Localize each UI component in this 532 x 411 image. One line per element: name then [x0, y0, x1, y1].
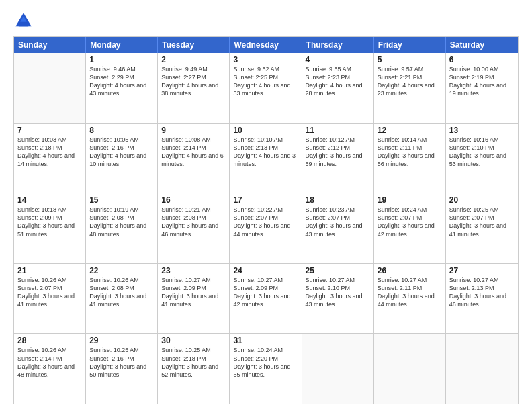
calendar-row-1: 7Sunrise: 10:03 AM Sunset: 2:18 PM Dayli…	[14, 124, 518, 194]
calendar-header-row: SundayMondayTuesdayWednesdayThursdayFrid…	[14, 37, 518, 53]
cell-info: Sunrise: 10:25 AM Sunset: 2:18 PM Daylig…	[161, 346, 226, 379]
calendar-cell-14: 14Sunrise: 10:18 AM Sunset: 2:09 PM Dayl…	[14, 193, 86, 263]
cell-info: Sunrise: 10:27 AM Sunset: 2:11 PM Daylig…	[378, 276, 442, 309]
calendar-cell-31: 31Sunrise: 10:24 AM Sunset: 2:20 PM Dayl…	[230, 334, 302, 404]
day-number: 19	[378, 195, 442, 205]
calendar-cell-28: 28Sunrise: 10:26 AM Sunset: 2:14 PM Dayl…	[14, 334, 86, 404]
cell-info: Sunrise: 10:26 AM Sunset: 2:07 PM Daylig…	[17, 276, 82, 309]
cell-info: Sunrise: 10:24 AM Sunset: 2:07 PM Daylig…	[378, 205, 442, 238]
calendar-cell-21: 21Sunrise: 10:26 AM Sunset: 2:07 PM Dayl…	[14, 264, 86, 334]
cell-info: Sunrise: 10:19 AM Sunset: 2:08 PM Daylig…	[89, 205, 154, 238]
calendar-cell-10: 10Sunrise: 10:10 AM Sunset: 2:13 PM Dayl…	[230, 124, 302, 193]
cell-info: Sunrise: 10:23 AM Sunset: 2:07 PM Daylig…	[306, 205, 370, 238]
calendar-cell-13: 13Sunrise: 10:16 AM Sunset: 2:10 PM Dayl…	[446, 124, 518, 193]
cell-info: Sunrise: 9:55 AM Sunset: 2:23 PM Dayligh…	[306, 65, 370, 98]
calendar-cell-empty-0	[14, 53, 86, 123]
svg-rect-2	[19, 22, 28, 27]
day-number: 4	[306, 55, 370, 64]
day-number: 11	[306, 126, 370, 135]
calendar-cell-17: 17Sunrise: 10:22 AM Sunset: 2:07 PM Dayl…	[230, 193, 302, 263]
calendar-row-4: 28Sunrise: 10:26 AM Sunset: 2:14 PM Dayl…	[14, 334, 518, 404]
calendar-cell-1: 1Sunrise: 9:46 AM Sunset: 2:29 PM Daylig…	[86, 53, 158, 123]
calendar-cell-7: 7Sunrise: 10:03 AM Sunset: 2:18 PM Dayli…	[14, 124, 86, 193]
day-number: 27	[449, 266, 515, 275]
cell-info: Sunrise: 10:27 AM Sunset: 2:09 PM Daylig…	[161, 276, 226, 309]
day-number: 29	[89, 336, 154, 345]
day-number: 23	[161, 266, 226, 275]
cell-info: Sunrise: 10:27 AM Sunset: 2:13 PM Daylig…	[449, 276, 515, 309]
calendar-cell-18: 18Sunrise: 10:23 AM Sunset: 2:07 PM Dayl…	[302, 193, 374, 263]
cell-info: Sunrise: 10:22 AM Sunset: 2:07 PM Daylig…	[233, 205, 298, 238]
calendar-cell-2: 2Sunrise: 9:49 AM Sunset: 2:27 PM Daylig…	[158, 53, 230, 123]
calendar-row-2: 14Sunrise: 10:18 AM Sunset: 2:09 PM Dayl…	[14, 193, 518, 264]
day-number: 26	[378, 266, 442, 275]
day-number: 1	[89, 55, 154, 64]
calendar-cell-11: 11Sunrise: 10:12 AM Sunset: 2:12 PM Dayl…	[302, 124, 374, 193]
cell-info: Sunrise: 10:27 AM Sunset: 2:09 PM Daylig…	[233, 276, 298, 309]
calendar-cell-23: 23Sunrise: 10:27 AM Sunset: 2:09 PM Dayl…	[158, 264, 230, 334]
calendar-cell-25: 25Sunrise: 10:27 AM Sunset: 2:10 PM Dayl…	[302, 264, 374, 334]
calendar-cell-20: 20Sunrise: 10:25 AM Sunset: 2:07 PM Dayl…	[446, 193, 518, 263]
cell-info: Sunrise: 9:46 AM Sunset: 2:29 PM Dayligh…	[89, 65, 154, 98]
day-number: 14	[17, 195, 82, 205]
calendar-cell-4: 4Sunrise: 9:55 AM Sunset: 2:23 PM Daylig…	[302, 53, 374, 123]
calendar-cell-27: 27Sunrise: 10:27 AM Sunset: 2:13 PM Dayl…	[446, 264, 518, 334]
page: SundayMondayTuesdayWednesdayThursdayFrid…	[0, 0, 532, 411]
calendar-cell-29: 29Sunrise: 10:25 AM Sunset: 2:16 PM Dayl…	[86, 334, 158, 404]
header-cell-tuesday: Tuesday	[158, 37, 230, 53]
calendar-body: 1Sunrise: 9:46 AM Sunset: 2:29 PM Daylig…	[14, 53, 518, 404]
day-number: 9	[161, 126, 226, 135]
day-number: 10	[233, 126, 298, 135]
cell-info: Sunrise: 10:21 AM Sunset: 2:08 PM Daylig…	[161, 205, 226, 238]
cell-info: Sunrise: 10:03 AM Sunset: 2:18 PM Daylig…	[17, 136, 82, 169]
calendar-cell-12: 12Sunrise: 10:14 AM Sunset: 2:11 PM Dayl…	[374, 124, 446, 193]
day-number: 2	[161, 55, 226, 64]
day-number: 31	[233, 336, 298, 345]
day-number: 13	[449, 126, 515, 135]
cell-info: Sunrise: 10:24 AM Sunset: 2:20 PM Daylig…	[233, 346, 298, 379]
day-number: 20	[449, 195, 515, 205]
calendar-cell-empty-6	[446, 334, 518, 404]
day-number: 18	[306, 195, 370, 205]
day-number: 25	[306, 266, 370, 275]
cell-info: Sunrise: 10:18 AM Sunset: 2:09 PM Daylig…	[17, 205, 82, 238]
calendar-cell-26: 26Sunrise: 10:27 AM Sunset: 2:11 PM Dayl…	[374, 264, 446, 334]
cell-info: Sunrise: 9:52 AM Sunset: 2:25 PM Dayligh…	[233, 65, 298, 98]
header-cell-thursday: Thursday	[302, 37, 374, 53]
cell-info: Sunrise: 10:12 AM Sunset: 2:12 PM Daylig…	[306, 136, 370, 169]
cell-info: Sunrise: 9:49 AM Sunset: 2:27 PM Dayligh…	[161, 65, 226, 98]
day-number: 17	[233, 195, 298, 205]
cell-info: Sunrise: 10:05 AM Sunset: 2:16 PM Daylig…	[89, 136, 154, 169]
calendar-cell-9: 9Sunrise: 10:08 AM Sunset: 2:14 PM Dayli…	[158, 124, 230, 193]
cell-info: Sunrise: 10:10 AM Sunset: 2:13 PM Daylig…	[233, 136, 298, 169]
day-number: 15	[89, 195, 154, 205]
calendar-cell-empty-5	[374, 334, 446, 404]
calendar-cell-5: 5Sunrise: 9:57 AM Sunset: 2:21 PM Daylig…	[374, 53, 446, 123]
calendar-cell-6: 6Sunrise: 10:00 AM Sunset: 2:19 PM Dayli…	[446, 53, 518, 123]
cell-info: Sunrise: 10:00 AM Sunset: 2:19 PM Daylig…	[449, 65, 515, 98]
header-cell-friday: Friday	[374, 37, 446, 53]
header	[13, 11, 519, 31]
calendar-cell-empty-4	[302, 334, 374, 404]
header-cell-sunday: Sunday	[14, 37, 86, 53]
calendar-row-3: 21Sunrise: 10:26 AM Sunset: 2:07 PM Dayl…	[14, 264, 518, 334]
cell-info: Sunrise: 10:27 AM Sunset: 2:10 PM Daylig…	[306, 276, 370, 309]
calendar-row-0: 1Sunrise: 9:46 AM Sunset: 2:29 PM Daylig…	[14, 53, 518, 124]
calendar: SundayMondayTuesdayWednesdayThursdayFrid…	[13, 36, 519, 404]
cell-info: Sunrise: 10:26 AM Sunset: 2:14 PM Daylig…	[17, 346, 82, 379]
cell-info: Sunrise: 10:08 AM Sunset: 2:14 PM Daylig…	[161, 136, 226, 169]
cell-info: Sunrise: 9:57 AM Sunset: 2:21 PM Dayligh…	[378, 65, 442, 98]
day-number: 5	[378, 55, 442, 64]
calendar-cell-22: 22Sunrise: 10:26 AM Sunset: 2:08 PM Dayl…	[86, 264, 158, 334]
cell-info: Sunrise: 10:25 AM Sunset: 2:07 PM Daylig…	[449, 205, 515, 238]
calendar-cell-19: 19Sunrise: 10:24 AM Sunset: 2:07 PM Dayl…	[374, 193, 446, 263]
calendar-cell-30: 30Sunrise: 10:25 AM Sunset: 2:18 PM Dayl…	[158, 334, 230, 404]
day-number: 7	[17, 126, 82, 135]
calendar-cell-15: 15Sunrise: 10:19 AM Sunset: 2:08 PM Dayl…	[86, 193, 158, 263]
header-cell-monday: Monday	[86, 37, 158, 53]
day-number: 30	[161, 336, 226, 345]
calendar-cell-3: 3Sunrise: 9:52 AM Sunset: 2:25 PM Daylig…	[230, 53, 302, 123]
day-number: 12	[378, 126, 442, 135]
day-number: 3	[233, 55, 298, 64]
cell-info: Sunrise: 10:16 AM Sunset: 2:10 PM Daylig…	[449, 136, 515, 169]
